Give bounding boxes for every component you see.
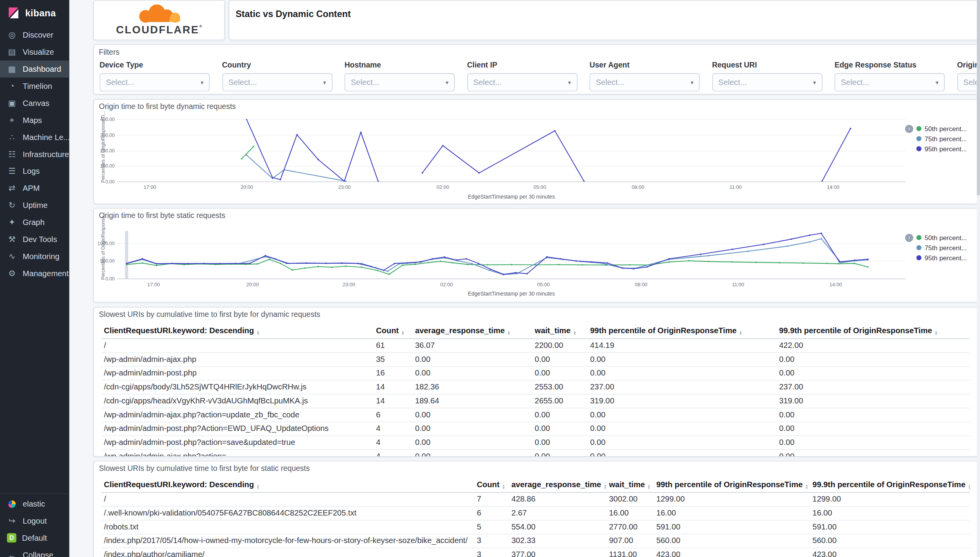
uri-cell: /wp-admin/admin-post.php [102, 367, 374, 381]
device-type-select[interactable]: Select...▾ [100, 73, 210, 91]
column-header-99th-percentile-of-originresponsetime[interactable]: 99th percentile of OriginResponseTime▲▼ [588, 324, 776, 339]
sidebar-item-maps[interactable]: ⌖Maps [0, 112, 69, 129]
page-scrollbar[interactable] [977, 0, 980, 557]
column-header-wait-time[interactable]: wait_time▲▼ [532, 324, 588, 339]
select-placeholder: Select... [228, 78, 257, 87]
column-header-wait-time[interactable]: wait_time▲▼ [607, 478, 654, 493]
sidebar-item-uptime[interactable]: ↻Uptime [0, 197, 69, 214]
uri-cell: / [102, 493, 474, 507]
sidebar-item-visualize[interactable]: ▤Visualize [0, 43, 69, 61]
sidebar-item-dev-tools[interactable]: ⚒Dev Tools [0, 231, 69, 248]
request-uri-select[interactable]: Select...▾ [712, 73, 822, 91]
sidebar-item-collapse[interactable]: ←Collapse [0, 547, 69, 557]
legend-item[interactable]: 95th percent... [916, 254, 967, 261]
value-cell: 428.86 [509, 493, 607, 507]
sidebar-item-canvas[interactable]: ▣Canvas [0, 95, 69, 112]
sidebar-item-logout[interactable]: ↪Logout [0, 512, 69, 529]
select-placeholder: Select... [718, 78, 747, 87]
column-header-count[interactable]: Count▲▼ [474, 478, 509, 493]
value-cell: 3 [474, 534, 509, 548]
x-tick-label: 23:00 [332, 185, 357, 190]
sidebar-item-discover[interactable]: ◎Discover [0, 26, 69, 43]
legend-toggle-button[interactable]: › [905, 125, 913, 133]
sort-desc-icon: ▼ [604, 486, 606, 489]
legend-item[interactable]: 75th percent... [916, 135, 967, 142]
legend-item[interactable]: 50th percent... [916, 234, 967, 241]
panel-title: Slowest URIs by cumulative time to first… [99, 310, 320, 319]
legend-color-dot [916, 126, 921, 131]
value-cell: 0.00 [588, 422, 776, 436]
sidebar-item-machine-le[interactable]: ∴Machine Le... [0, 128, 69, 145]
edge-response-status-select[interactable]: Select...▾ [835, 73, 945, 91]
filter-edge-response-status: Edge Response StatusSelect...▾ [835, 61, 945, 92]
table-row: /.well-known/pki-validation/054075F6A27B… [102, 506, 970, 520]
user-agent-select[interactable]: Select...▾ [590, 73, 700, 91]
sidebar-item-infrastructure[interactable]: ☷Infrastructure [0, 145, 69, 163]
value-cell: 2553.00 [532, 380, 588, 394]
x-tick-label: 20:00 [234, 185, 259, 190]
value-cell: 0.00 [412, 422, 532, 436]
column-header-average-response-time[interactable]: average_response_time▲▼ [412, 324, 532, 339]
table-row: /7428.863002.001299.001299.00 [102, 493, 970, 507]
country-select[interactable]: Select...▾ [222, 73, 332, 91]
column-header-label: 99th percentile of OriginResponseTime [590, 327, 737, 336]
sidebar-item-logs[interactable]: ☰Logs [0, 163, 69, 180]
value-cell: 560.00 [654, 534, 810, 548]
value-cell: 0.00 [412, 367, 532, 381]
filter-user-agent: User AgentSelect...▾ [590, 61, 700, 92]
column-header-count[interactable]: Count▲▼ [373, 324, 412, 339]
filter-label: Device Type [100, 61, 210, 69]
sidebar-item-management[interactable]: ⚙Management [0, 265, 69, 282]
origin-response-status-select[interactable]: Select...▾ [957, 73, 978, 91]
column-header-clientrequesturi-keyword-descending[interactable]: ClientRequestURI.keyword: Descending▲▼ [102, 478, 474, 493]
sidebar-item-label: Visualize [22, 48, 54, 57]
legend-color-dot [916, 136, 921, 141]
sidebar-item-label: Maps [22, 116, 42, 125]
sort-desc-icon: ▼ [968, 486, 970, 489]
legend-item[interactable]: 95th percent... [916, 145, 967, 152]
sidebar-item-monitoring[interactable]: ∿Monitoring [0, 247, 69, 265]
sidebar-item-dashboard[interactable]: ▦Dashboard [0, 61, 69, 78]
value-cell: 0.00 [532, 353, 588, 367]
value-cell: 0.00 [776, 422, 970, 436]
sidebar-footer: elastic↪LogoutDDefault←Collapse [0, 493, 69, 557]
legend-toggle-button[interactable]: › [905, 234, 913, 242]
sidebar-item-default[interactable]: DDefault [0, 529, 69, 547]
column-header-clientrequesturi-keyword-descending[interactable]: ClientRequestURI.keyword: Descending▲▼ [102, 324, 374, 339]
chevron-down-icon: ▾ [690, 79, 693, 85]
dashboard-icon: ▦ [7, 64, 17, 74]
sidebar-item-graph[interactable]: ✦Graph [0, 214, 69, 231]
infrastructure-icon: ☷ [7, 149, 17, 159]
canvas-icon: ▣ [7, 98, 17, 108]
cloudflare-wordmark: CLOUDFLARE® [116, 24, 202, 36]
sidebar-item-apm[interactable]: ⇄APM [0, 180, 69, 197]
value-cell: 302.33 [509, 534, 607, 548]
hostname-select[interactable]: Select...▾ [345, 73, 455, 91]
chevron-down-icon: ▾ [813, 79, 816, 85]
column-header-99-9th-percentile-of-originresponsetime[interactable]: 99.9th percentile of OriginResponseTime▲… [776, 324, 970, 339]
table-row: /index.php/2017/05/14/how-i-owned-my-mot… [102, 534, 970, 548]
value-cell: 237.00 [588, 380, 776, 394]
collapse-icon: ← [7, 550, 17, 557]
client-ip-select[interactable]: Select...▾ [467, 73, 577, 91]
value-cell: 591.00 [810, 520, 970, 534]
value-cell: 0.00 [532, 450, 588, 456]
sort-desc-icon: ▼ [805, 486, 808, 489]
value-cell: 0.00 [588, 450, 776, 456]
y-tick-label: 100.00 [94, 163, 115, 169]
column-header-average-response-time[interactable]: average_response_time▲▼ [509, 478, 607, 493]
sidebar-item-timelion[interactable]: ◔Timelion [0, 78, 69, 95]
column-header-99th-percentile-of-originresponsetime[interactable]: 99th percentile of OriginResponseTime▲▼ [654, 478, 810, 493]
x-tick-label: 14:00 [823, 282, 848, 287]
legend-item[interactable]: 50th percent... [916, 125, 967, 132]
value-cell: 3002.00 [607, 493, 654, 507]
value-cell: 1299.00 [654, 493, 810, 507]
column-header-99-9th-percentile-of-originresponsetime[interactable]: 99.9th percentile of OriginResponseTime▲… [810, 478, 970, 493]
chart-body: Percentiles of OriginResponse...0.00500.… [94, 209, 977, 302]
sidebar-item-elastic[interactable]: elastic [0, 495, 69, 512]
kibana-logo[interactable]: kibana [0, 0, 69, 25]
value-cell: 0.00 [412, 353, 532, 367]
scrollbar-thumb[interactable] [977, 0, 980, 195]
uptime-icon: ↻ [7, 200, 17, 210]
legend-item[interactable]: 75th percent... [916, 244, 967, 251]
